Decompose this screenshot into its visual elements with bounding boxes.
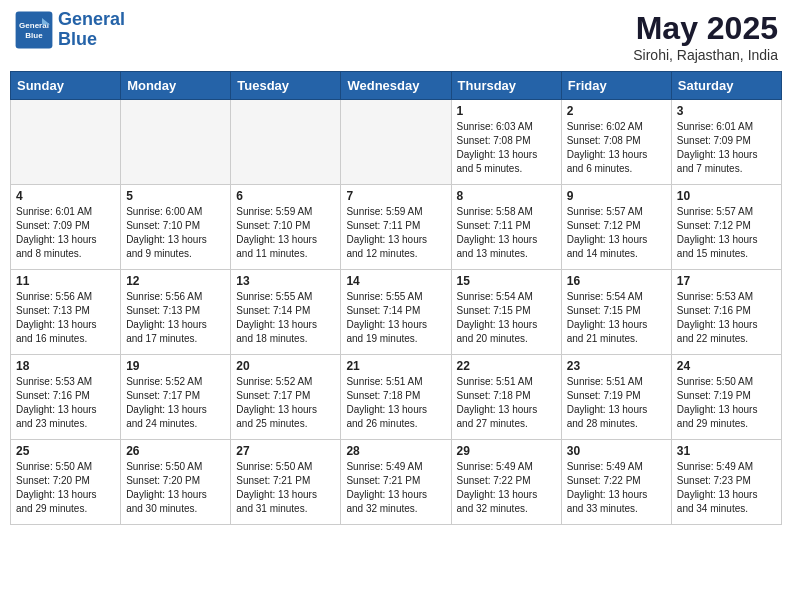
calendar-cell: 7Sunrise: 5:59 AM Sunset: 7:11 PM Daylig… <box>341 185 451 270</box>
day-number: 6 <box>236 189 335 203</box>
cell-content: Sunrise: 5:59 AM Sunset: 7:10 PM Dayligh… <box>236 205 335 261</box>
calendar-cell: 10Sunrise: 5:57 AM Sunset: 7:12 PM Dayli… <box>671 185 781 270</box>
weekday-header-row: SundayMondayTuesdayWednesdayThursdayFrid… <box>11 72 782 100</box>
day-number: 17 <box>677 274 776 288</box>
cell-content: Sunrise: 5:50 AM Sunset: 7:19 PM Dayligh… <box>677 375 776 431</box>
day-number: 16 <box>567 274 666 288</box>
logo: General Blue General Blue <box>14 10 125 50</box>
calendar-cell: 15Sunrise: 5:54 AM Sunset: 7:15 PM Dayli… <box>451 270 561 355</box>
day-number: 24 <box>677 359 776 373</box>
weekday-header-thursday: Thursday <box>451 72 561 100</box>
calendar-cell: 13Sunrise: 5:55 AM Sunset: 7:14 PM Dayli… <box>231 270 341 355</box>
calendar-cell: 21Sunrise: 5:51 AM Sunset: 7:18 PM Dayli… <box>341 355 451 440</box>
calendar-cell <box>121 100 231 185</box>
weekday-header-saturday: Saturday <box>671 72 781 100</box>
calendar-cell: 29Sunrise: 5:49 AM Sunset: 7:22 PM Dayli… <box>451 440 561 525</box>
cell-content: Sunrise: 5:53 AM Sunset: 7:16 PM Dayligh… <box>677 290 776 346</box>
day-number: 20 <box>236 359 335 373</box>
weekday-header-monday: Monday <box>121 72 231 100</box>
calendar-cell: 23Sunrise: 5:51 AM Sunset: 7:19 PM Dayli… <box>561 355 671 440</box>
day-number: 21 <box>346 359 445 373</box>
calendar-cell: 1Sunrise: 6:03 AM Sunset: 7:08 PM Daylig… <box>451 100 561 185</box>
calendar-cell: 30Sunrise: 5:49 AM Sunset: 7:22 PM Dayli… <box>561 440 671 525</box>
calendar-cell: 24Sunrise: 5:50 AM Sunset: 7:19 PM Dayli… <box>671 355 781 440</box>
day-number: 4 <box>16 189 115 203</box>
day-number: 30 <box>567 444 666 458</box>
calendar-cell: 14Sunrise: 5:55 AM Sunset: 7:14 PM Dayli… <box>341 270 451 355</box>
cell-content: Sunrise: 5:51 AM Sunset: 7:18 PM Dayligh… <box>346 375 445 431</box>
week-row-5: 25Sunrise: 5:50 AM Sunset: 7:20 PM Dayli… <box>11 440 782 525</box>
cell-content: Sunrise: 5:56 AM Sunset: 7:13 PM Dayligh… <box>126 290 225 346</box>
day-number: 23 <box>567 359 666 373</box>
week-row-3: 11Sunrise: 5:56 AM Sunset: 7:13 PM Dayli… <box>11 270 782 355</box>
month-title: May 2025 <box>633 10 778 47</box>
cell-content: Sunrise: 5:55 AM Sunset: 7:14 PM Dayligh… <box>346 290 445 346</box>
calendar-cell: 17Sunrise: 5:53 AM Sunset: 7:16 PM Dayli… <box>671 270 781 355</box>
calendar-cell: 9Sunrise: 5:57 AM Sunset: 7:12 PM Daylig… <box>561 185 671 270</box>
calendar-cell: 28Sunrise: 5:49 AM Sunset: 7:21 PM Dayli… <box>341 440 451 525</box>
cell-content: Sunrise: 5:56 AM Sunset: 7:13 PM Dayligh… <box>16 290 115 346</box>
cell-content: Sunrise: 6:02 AM Sunset: 7:08 PM Dayligh… <box>567 120 666 176</box>
cell-content: Sunrise: 5:59 AM Sunset: 7:11 PM Dayligh… <box>346 205 445 261</box>
day-number: 18 <box>16 359 115 373</box>
calendar-cell: 8Sunrise: 5:58 AM Sunset: 7:11 PM Daylig… <box>451 185 561 270</box>
weekday-header-friday: Friday <box>561 72 671 100</box>
weekday-header-tuesday: Tuesday <box>231 72 341 100</box>
week-row-1: 1Sunrise: 6:03 AM Sunset: 7:08 PM Daylig… <box>11 100 782 185</box>
calendar-cell: 12Sunrise: 5:56 AM Sunset: 7:13 PM Dayli… <box>121 270 231 355</box>
calendar-cell: 18Sunrise: 5:53 AM Sunset: 7:16 PM Dayli… <box>11 355 121 440</box>
calendar-cell: 22Sunrise: 5:51 AM Sunset: 7:18 PM Dayli… <box>451 355 561 440</box>
day-number: 1 <box>457 104 556 118</box>
cell-content: Sunrise: 5:54 AM Sunset: 7:15 PM Dayligh… <box>457 290 556 346</box>
day-number: 13 <box>236 274 335 288</box>
calendar-cell <box>341 100 451 185</box>
day-number: 2 <box>567 104 666 118</box>
cell-content: Sunrise: 5:52 AM Sunset: 7:17 PM Dayligh… <box>126 375 225 431</box>
page-header: General Blue General Blue May 2025 Siroh… <box>10 10 782 63</box>
calendar-cell: 3Sunrise: 6:01 AM Sunset: 7:09 PM Daylig… <box>671 100 781 185</box>
weekday-header-wednesday: Wednesday <box>341 72 451 100</box>
cell-content: Sunrise: 5:50 AM Sunset: 7:20 PM Dayligh… <box>16 460 115 516</box>
weekday-header-sunday: Sunday <box>11 72 121 100</box>
day-number: 9 <box>567 189 666 203</box>
cell-content: Sunrise: 5:53 AM Sunset: 7:16 PM Dayligh… <box>16 375 115 431</box>
day-number: 11 <box>16 274 115 288</box>
day-number: 22 <box>457 359 556 373</box>
cell-content: Sunrise: 5:55 AM Sunset: 7:14 PM Dayligh… <box>236 290 335 346</box>
day-number: 3 <box>677 104 776 118</box>
cell-content: Sunrise: 5:54 AM Sunset: 7:15 PM Dayligh… <box>567 290 666 346</box>
day-number: 5 <box>126 189 225 203</box>
cell-content: Sunrise: 6:03 AM Sunset: 7:08 PM Dayligh… <box>457 120 556 176</box>
logo-icon: General Blue <box>14 10 54 50</box>
calendar-cell: 26Sunrise: 5:50 AM Sunset: 7:20 PM Dayli… <box>121 440 231 525</box>
day-number: 8 <box>457 189 556 203</box>
cell-content: Sunrise: 5:57 AM Sunset: 7:12 PM Dayligh… <box>567 205 666 261</box>
calendar-cell: 2Sunrise: 6:02 AM Sunset: 7:08 PM Daylig… <box>561 100 671 185</box>
day-number: 28 <box>346 444 445 458</box>
cell-content: Sunrise: 5:50 AM Sunset: 7:21 PM Dayligh… <box>236 460 335 516</box>
week-row-2: 4Sunrise: 6:01 AM Sunset: 7:09 PM Daylig… <box>11 185 782 270</box>
cell-content: Sunrise: 5:51 AM Sunset: 7:19 PM Dayligh… <box>567 375 666 431</box>
cell-content: Sunrise: 5:49 AM Sunset: 7:22 PM Dayligh… <box>567 460 666 516</box>
day-number: 31 <box>677 444 776 458</box>
day-number: 25 <box>16 444 115 458</box>
day-number: 10 <box>677 189 776 203</box>
day-number: 14 <box>346 274 445 288</box>
cell-content: Sunrise: 5:58 AM Sunset: 7:11 PM Dayligh… <box>457 205 556 261</box>
svg-text:Blue: Blue <box>25 31 43 40</box>
day-number: 7 <box>346 189 445 203</box>
title-block: May 2025 Sirohi, Rajasthan, India <box>633 10 778 63</box>
calendar-cell: 27Sunrise: 5:50 AM Sunset: 7:21 PM Dayli… <box>231 440 341 525</box>
cell-content: Sunrise: 5:49 AM Sunset: 7:22 PM Dayligh… <box>457 460 556 516</box>
cell-content: Sunrise: 6:01 AM Sunset: 7:09 PM Dayligh… <box>677 120 776 176</box>
cell-content: Sunrise: 6:00 AM Sunset: 7:10 PM Dayligh… <box>126 205 225 261</box>
calendar-cell: 5Sunrise: 6:00 AM Sunset: 7:10 PM Daylig… <box>121 185 231 270</box>
week-row-4: 18Sunrise: 5:53 AM Sunset: 7:16 PM Dayli… <box>11 355 782 440</box>
cell-content: Sunrise: 5:50 AM Sunset: 7:20 PM Dayligh… <box>126 460 225 516</box>
calendar-cell: 11Sunrise: 5:56 AM Sunset: 7:13 PM Dayli… <box>11 270 121 355</box>
calendar-cell: 19Sunrise: 5:52 AM Sunset: 7:17 PM Dayli… <box>121 355 231 440</box>
cell-content: Sunrise: 5:49 AM Sunset: 7:21 PM Dayligh… <box>346 460 445 516</box>
day-number: 29 <box>457 444 556 458</box>
logo-text: General Blue <box>58 10 125 50</box>
day-number: 27 <box>236 444 335 458</box>
